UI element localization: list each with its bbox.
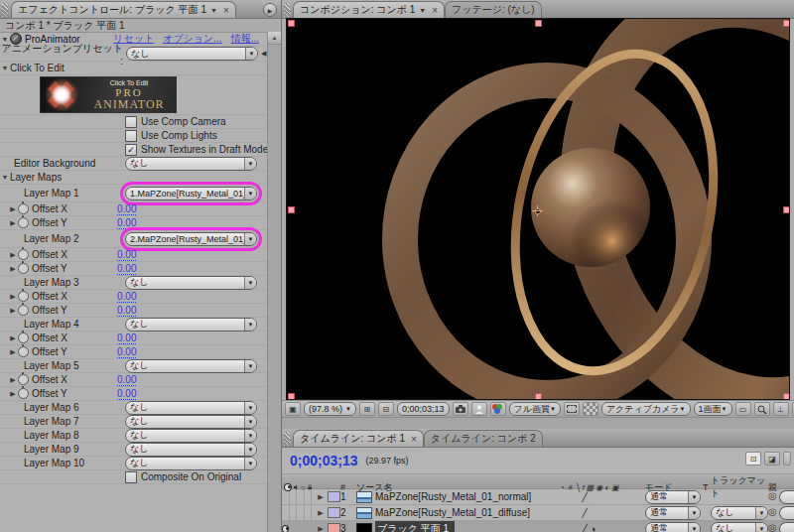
audio-toggle[interactable] (290, 521, 297, 532)
blend-mode-dropdown[interactable]: 通常 ▼ (645, 490, 701, 504)
stopwatch-icon[interactable] (18, 291, 29, 302)
motion-blur-icon[interactable]: ◉ (596, 483, 602, 492)
use-comp-camera-checkbox[interactable] (125, 116, 137, 128)
info-link[interactable]: 情報... (231, 32, 259, 46)
blend-mode-dropdown[interactable]: 通常 ▼ (645, 506, 701, 520)
fast-preview-icon[interactable]: ⊥ (773, 402, 789, 416)
layer-handle[interactable] (783, 206, 790, 213)
twirl-right-icon[interactable]: ▶ (316, 493, 326, 501)
parent-pickwhip-icon[interactable]: ◎ (768, 522, 777, 532)
share-view-icon[interactable]: ▭ (735, 402, 751, 416)
stopwatch-icon[interactable] (18, 263, 29, 274)
timeline-layer-row-3[interactable]: ▶ 3 ブラック 平面 1 ╱ ◐ 通常 ▼ なし ▼ ◎ (282, 521, 794, 532)
offset-x-value[interactable]: 0.00 (117, 203, 136, 215)
tab-footage[interactable]: フッテージ: (なし) (445, 1, 542, 18)
video-toggle[interactable] (282, 521, 290, 532)
quality-switch[interactable]: ╱ (580, 492, 590, 502)
parent-pickwhip-icon[interactable]: ◎ (768, 506, 777, 517)
offset-y-value[interactable]: 0.00 (117, 263, 136, 275)
magnification-dropdown[interactable]: (97.8 %) ▼ (304, 402, 356, 416)
layer-map-9-dropdown[interactable]: なし ▼ (125, 443, 257, 457)
parent-dropdown[interactable] (779, 490, 794, 504)
layer-handle[interactable] (288, 20, 295, 27)
layer-map-1-dropdown[interactable]: 1.MaPZone[Rusty_Metal_01_n ▼ (125, 187, 257, 200)
layer-anchor-point[interactable] (532, 205, 543, 216)
camera-view-dropdown[interactable]: アクティブカメラ ▼ (601, 402, 691, 416)
layer-map-5-dropdown[interactable]: なし ▼ (125, 359, 257, 373)
layer-handle[interactable] (783, 20, 790, 27)
tab-close-icon[interactable]: × (411, 434, 417, 445)
fx-switch[interactable] (590, 492, 599, 502)
twirl-down-icon[interactable]: ▼ (0, 65, 10, 71)
lock-toggle[interactable] (305, 505, 313, 520)
blend-mode-dropdown[interactable]: 通常 ▼ (645, 522, 701, 532)
tab-effect-controls[interactable]: エフェクトコントロール: ブラック 平面 1 ▼ × (11, 1, 236, 18)
twirl-right-icon[interactable]: ▶ (316, 525, 326, 532)
layer-handle[interactable] (288, 206, 295, 213)
stopwatch-icon[interactable] (18, 249, 29, 260)
layer-handle[interactable] (783, 393, 790, 400)
comp-mini-flowchart-icon[interactable]: ⊡ (745, 452, 761, 466)
region-of-interest-icon[interactable] (564, 402, 580, 416)
offset-y-value[interactable]: 0.00 (117, 217, 136, 229)
video-toggle[interactable] (282, 505, 290, 520)
collapse-transformations-icon[interactable]: ✳ (567, 483, 574, 492)
solo-toggle[interactable] (297, 521, 304, 532)
parent-dropdown[interactable] (779, 522, 794, 532)
frame-blend-icon[interactable]: ▦ (587, 483, 595, 492)
twirl-right-icon[interactable]: ▶ (8, 219, 18, 227)
panel-menu-icon[interactable]: ▶ (263, 3, 277, 17)
audio-toggle[interactable] (290, 489, 298, 504)
layer-map-4-dropdown[interactable]: なし ▼ (125, 318, 257, 332)
twirl-right-icon[interactable]: ▶ (8, 265, 18, 273)
solo-toggle[interactable] (297, 489, 305, 504)
3d-layer-icon[interactable]: ▣ (611, 483, 619, 492)
shy-icon[interactable]: ◔ (560, 483, 565, 492)
layer-map-7-dropdown[interactable]: なし ▼ (125, 415, 257, 429)
twirl-right-icon[interactable]: ▶ (8, 307, 18, 315)
always-preview-icon[interactable]: ▣ (285, 402, 301, 416)
lock-toggle[interactable] (305, 489, 313, 504)
label-color-chip[interactable] (328, 491, 340, 502)
stopwatch-icon[interactable] (18, 346, 29, 357)
twirl-right-icon[interactable]: ▶ (8, 334, 18, 342)
proanimator-banner-image[interactable]: Click To Edit PROANIMATOR (40, 76, 177, 113)
scroll-up-icon[interactable]: ▲ (268, 32, 281, 45)
show-snapshot-icon[interactable] (471, 402, 487, 416)
show-channel-icon[interactable] (490, 402, 506, 416)
label-color-chip[interactable] (328, 507, 340, 518)
panel-grip-handle[interactable] (284, 3, 290, 17)
offset-x-value[interactable]: 0.00 (117, 291, 136, 303)
twirl-right-icon[interactable]: ▶ (8, 376, 18, 384)
video-toggle[interactable] (282, 489, 290, 504)
fx-switch[interactable]: ◐ (590, 524, 599, 532)
lock-toggle[interactable] (305, 521, 312, 532)
twirl-right-icon[interactable]: ▶ (8, 348, 18, 356)
twirl-right-icon[interactable]: ▶ (8, 251, 18, 259)
offset-y-value[interactable]: 0.00 (117, 305, 136, 317)
offset-x-value[interactable]: 0.00 (117, 374, 136, 386)
offset-x-value[interactable]: 0.00 (117, 249, 136, 261)
snapshot-camera-icon[interactable] (453, 402, 468, 416)
preset-prev-icon[interactable]: ◀ (261, 50, 266, 58)
composite-on-original-checkbox[interactable] (125, 471, 137, 483)
frame-blend-icon[interactable]: ◪ (764, 452, 780, 466)
resolution-dropdown[interactable]: フル画質 ▼ (509, 402, 561, 416)
twirl-right-icon[interactable]: ▶ (8, 293, 18, 301)
parent-dropdown[interactable] (779, 506, 794, 520)
layer-handle[interactable] (535, 393, 542, 400)
layer-source-name[interactable]: ブラック 平面 1 (375, 521, 455, 532)
tab-close-icon[interactable]: × (432, 5, 438, 16)
layer-handle[interactable] (288, 393, 295, 400)
tab-timeline-comp1[interactable]: タイムライン: コンポ 1 × (293, 430, 424, 447)
editor-background-dropdown[interactable]: なし ▼ (125, 157, 257, 171)
layer-source-name[interactable]: MaPZone[Rusty_Metal_01_normal] (375, 491, 531, 502)
tab-close-icon[interactable]: × (223, 5, 229, 16)
twirl-right-icon[interactable]: ▶ (8, 390, 18, 398)
grid-guides-icon[interactable]: ⊞ (359, 402, 375, 416)
effects-icon[interactable]: f (582, 483, 584, 492)
layer-source-name[interactable]: MaPZone[Rusty_Metal_01_diffuse] (375, 507, 530, 518)
current-timecode[interactable]: 0;00;03;13 (290, 453, 358, 468)
pixel-aspect-correction-icon[interactable] (754, 402, 770, 416)
tab-composition[interactable]: コンポジション: コンポ 1 ▼ × (293, 1, 445, 18)
